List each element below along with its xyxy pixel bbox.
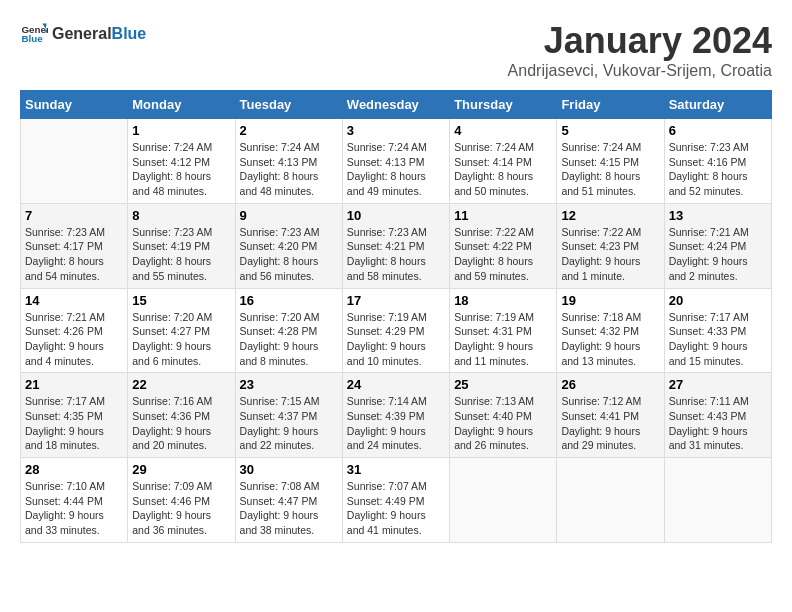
calendar-cell: 14Sunrise: 7:21 AMSunset: 4:26 PMDayligh…: [21, 288, 128, 373]
day-number: 22: [132, 377, 230, 392]
day-number: 3: [347, 123, 445, 138]
location-title: Andrijasevci, Vukovar-Srijem, Croatia: [508, 62, 772, 80]
week-row-3: 14Sunrise: 7:21 AMSunset: 4:26 PMDayligh…: [21, 288, 772, 373]
calendar-cell: 19Sunrise: 7:18 AMSunset: 4:32 PMDayligh…: [557, 288, 664, 373]
calendar-cell: 7Sunrise: 7:23 AMSunset: 4:17 PMDaylight…: [21, 203, 128, 288]
day-info: Sunrise: 7:24 AMSunset: 4:13 PMDaylight:…: [240, 140, 338, 199]
day-info: Sunrise: 7:19 AMSunset: 4:29 PMDaylight:…: [347, 310, 445, 369]
calendar-cell: [664, 458, 771, 543]
day-number: 25: [454, 377, 552, 392]
weekday-header-wednesday: Wednesday: [342, 91, 449, 119]
day-number: 16: [240, 293, 338, 308]
calendar-cell: [557, 458, 664, 543]
day-info: Sunrise: 7:24 AMSunset: 4:14 PMDaylight:…: [454, 140, 552, 199]
day-info: Sunrise: 7:23 AMSunset: 4:17 PMDaylight:…: [25, 225, 123, 284]
day-info: Sunrise: 7:10 AMSunset: 4:44 PMDaylight:…: [25, 479, 123, 538]
day-info: Sunrise: 7:07 AMSunset: 4:49 PMDaylight:…: [347, 479, 445, 538]
title-area: January 2024 Andrijasevci, Vukovar-Srije…: [508, 20, 772, 80]
calendar-cell: 30Sunrise: 7:08 AMSunset: 4:47 PMDayligh…: [235, 458, 342, 543]
calendar-cell: 12Sunrise: 7:22 AMSunset: 4:23 PMDayligh…: [557, 203, 664, 288]
day-number: 9: [240, 208, 338, 223]
day-number: 20: [669, 293, 767, 308]
calendar-cell: 10Sunrise: 7:23 AMSunset: 4:21 PMDayligh…: [342, 203, 449, 288]
day-number: 27: [669, 377, 767, 392]
calendar-cell: 22Sunrise: 7:16 AMSunset: 4:36 PMDayligh…: [128, 373, 235, 458]
weekday-header-tuesday: Tuesday: [235, 91, 342, 119]
day-info: Sunrise: 7:13 AMSunset: 4:40 PMDaylight:…: [454, 394, 552, 453]
calendar-cell: 18Sunrise: 7:19 AMSunset: 4:31 PMDayligh…: [450, 288, 557, 373]
day-number: 26: [561, 377, 659, 392]
calendar-cell: 21Sunrise: 7:17 AMSunset: 4:35 PMDayligh…: [21, 373, 128, 458]
day-info: Sunrise: 7:14 AMSunset: 4:39 PMDaylight:…: [347, 394, 445, 453]
calendar-cell: 29Sunrise: 7:09 AMSunset: 4:46 PMDayligh…: [128, 458, 235, 543]
day-number: 8: [132, 208, 230, 223]
calendar-cell: [21, 119, 128, 204]
svg-text:Blue: Blue: [21, 33, 43, 44]
logo-icon: General Blue: [20, 20, 48, 48]
calendar-cell: 23Sunrise: 7:15 AMSunset: 4:37 PMDayligh…: [235, 373, 342, 458]
calendar-header: SundayMondayTuesdayWednesdayThursdayFrid…: [21, 91, 772, 119]
day-info: Sunrise: 7:24 AMSunset: 4:13 PMDaylight:…: [347, 140, 445, 199]
day-info: Sunrise: 7:15 AMSunset: 4:37 PMDaylight:…: [240, 394, 338, 453]
calendar-cell: 6Sunrise: 7:23 AMSunset: 4:16 PMDaylight…: [664, 119, 771, 204]
day-number: 23: [240, 377, 338, 392]
day-info: Sunrise: 7:09 AMSunset: 4:46 PMDaylight:…: [132, 479, 230, 538]
calendar-cell: 31Sunrise: 7:07 AMSunset: 4:49 PMDayligh…: [342, 458, 449, 543]
week-row-4: 21Sunrise: 7:17 AMSunset: 4:35 PMDayligh…: [21, 373, 772, 458]
day-info: Sunrise: 7:23 AMSunset: 4:20 PMDaylight:…: [240, 225, 338, 284]
day-info: Sunrise: 7:22 AMSunset: 4:23 PMDaylight:…: [561, 225, 659, 284]
calendar-cell: 3Sunrise: 7:24 AMSunset: 4:13 PMDaylight…: [342, 119, 449, 204]
week-row-2: 7Sunrise: 7:23 AMSunset: 4:17 PMDaylight…: [21, 203, 772, 288]
calendar-table: SundayMondayTuesdayWednesdayThursdayFrid…: [20, 90, 772, 543]
day-number: 28: [25, 462, 123, 477]
weekday-header-friday: Friday: [557, 91, 664, 119]
day-number: 21: [25, 377, 123, 392]
day-number: 2: [240, 123, 338, 138]
day-info: Sunrise: 7:20 AMSunset: 4:28 PMDaylight:…: [240, 310, 338, 369]
day-info: Sunrise: 7:23 AMSunset: 4:16 PMDaylight:…: [669, 140, 767, 199]
day-number: 1: [132, 123, 230, 138]
day-info: Sunrise: 7:21 AMSunset: 4:26 PMDaylight:…: [25, 310, 123, 369]
day-number: 4: [454, 123, 552, 138]
day-info: Sunrise: 7:12 AMSunset: 4:41 PMDaylight:…: [561, 394, 659, 453]
day-number: 10: [347, 208, 445, 223]
day-info: Sunrise: 7:17 AMSunset: 4:33 PMDaylight:…: [669, 310, 767, 369]
day-number: 11: [454, 208, 552, 223]
day-info: Sunrise: 7:24 AMSunset: 4:15 PMDaylight:…: [561, 140, 659, 199]
day-info: Sunrise: 7:23 AMSunset: 4:19 PMDaylight:…: [132, 225, 230, 284]
calendar-cell: 13Sunrise: 7:21 AMSunset: 4:24 PMDayligh…: [664, 203, 771, 288]
month-title: January 2024: [508, 20, 772, 62]
logo-text-general: General: [52, 25, 112, 42]
day-number: 17: [347, 293, 445, 308]
day-info: Sunrise: 7:19 AMSunset: 4:31 PMDaylight:…: [454, 310, 552, 369]
calendar-body: 1Sunrise: 7:24 AMSunset: 4:12 PMDaylight…: [21, 119, 772, 543]
day-number: 12: [561, 208, 659, 223]
logo: General Blue GeneralBlue: [20, 20, 146, 48]
calendar-cell: 24Sunrise: 7:14 AMSunset: 4:39 PMDayligh…: [342, 373, 449, 458]
day-info: Sunrise: 7:20 AMSunset: 4:27 PMDaylight:…: [132, 310, 230, 369]
calendar-cell: 11Sunrise: 7:22 AMSunset: 4:22 PMDayligh…: [450, 203, 557, 288]
day-number: 30: [240, 462, 338, 477]
weekday-header-thursday: Thursday: [450, 91, 557, 119]
calendar-cell: 8Sunrise: 7:23 AMSunset: 4:19 PMDaylight…: [128, 203, 235, 288]
day-info: Sunrise: 7:08 AMSunset: 4:47 PMDaylight:…: [240, 479, 338, 538]
calendar-cell: [450, 458, 557, 543]
day-number: 13: [669, 208, 767, 223]
week-row-5: 28Sunrise: 7:10 AMSunset: 4:44 PMDayligh…: [21, 458, 772, 543]
weekday-header-monday: Monday: [128, 91, 235, 119]
page-header: General Blue GeneralBlue January 2024 An…: [20, 20, 772, 80]
day-info: Sunrise: 7:21 AMSunset: 4:24 PMDaylight:…: [669, 225, 767, 284]
calendar-cell: 20Sunrise: 7:17 AMSunset: 4:33 PMDayligh…: [664, 288, 771, 373]
weekday-header-sunday: Sunday: [21, 91, 128, 119]
calendar-cell: 15Sunrise: 7:20 AMSunset: 4:27 PMDayligh…: [128, 288, 235, 373]
calendar-cell: 5Sunrise: 7:24 AMSunset: 4:15 PMDaylight…: [557, 119, 664, 204]
day-info: Sunrise: 7:11 AMSunset: 4:43 PMDaylight:…: [669, 394, 767, 453]
day-info: Sunrise: 7:22 AMSunset: 4:22 PMDaylight:…: [454, 225, 552, 284]
day-info: Sunrise: 7:23 AMSunset: 4:21 PMDaylight:…: [347, 225, 445, 284]
day-number: 24: [347, 377, 445, 392]
calendar-cell: 26Sunrise: 7:12 AMSunset: 4:41 PMDayligh…: [557, 373, 664, 458]
header-row: SundayMondayTuesdayWednesdayThursdayFrid…: [21, 91, 772, 119]
calendar-cell: 28Sunrise: 7:10 AMSunset: 4:44 PMDayligh…: [21, 458, 128, 543]
calendar-cell: 2Sunrise: 7:24 AMSunset: 4:13 PMDaylight…: [235, 119, 342, 204]
day-number: 6: [669, 123, 767, 138]
